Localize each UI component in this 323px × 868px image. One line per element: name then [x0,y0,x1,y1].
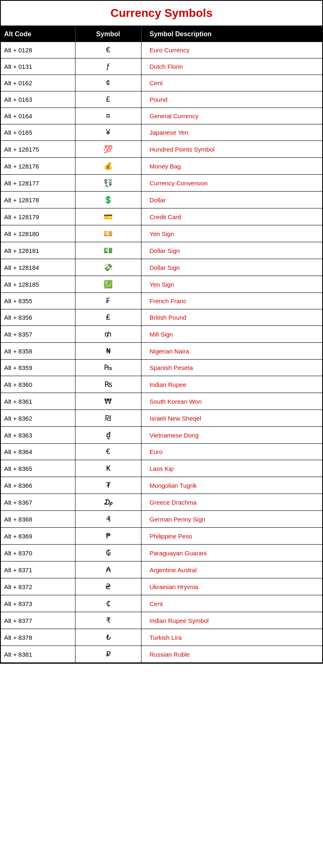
alt-code-cell: Alt + 8373 [1,595,75,612]
table-row: Alt + 8357₥Mill Sign [1,326,322,343]
symbol-cell: ₥ [75,326,141,343]
symbol-cell: ₲ [75,545,141,562]
symbol-cell: ₳ [75,562,141,578]
description-cell: Credit Card [141,208,322,225]
alt-code-cell: Alt + 0162 [1,75,75,91]
currency-symbols-table: Currency Symbols Alt Code Symbol Symbol … [0,0,323,664]
symbol-cell: ¤ [75,108,141,124]
symbol-cell: ₱ [75,528,141,545]
table-row: Alt + 8361₩South Korean Won [1,393,322,410]
alt-code-cell: Alt + 8363 [1,427,75,444]
symbol-cell: 💯 [75,141,141,158]
description-cell: Pound [141,91,322,108]
symbol-cell: ₪ [75,410,141,427]
symbol-cell: ¢ [75,75,141,91]
alt-code-cell: Alt + 8372 [1,578,75,595]
alt-code-cell: Alt + 0164 [1,108,75,124]
description-cell: Yen Sign [141,225,322,242]
symbol-cell: ₵ [75,595,141,612]
description-cell: Money Bag [141,158,322,175]
alt-code-cell: Alt + 8365 [1,460,75,477]
symbol-cell: € [75,42,141,58]
description-cell: Currency Conversion [141,175,322,192]
description-cell: Hundred Points Symbol [141,141,322,158]
description-cell: Japanese Yen [141,124,322,141]
symbol-cell: 💸 [75,259,141,276]
description-cell: Yen Sign [141,276,322,293]
alt-code-cell: Alt + 8358 [1,343,75,360]
table-row: Alt + 8368₰German Penny Sign [1,511,322,528]
description-cell: Mill Sign [141,326,322,343]
description-cell: Greece Drachma [141,494,322,511]
description-cell: Argentine Austral [141,562,322,578]
alt-code-cell: Alt + 8368 [1,511,75,528]
alt-code-cell: Alt + 128185 [1,276,75,293]
table-row: Alt + 8363₫Vietnamese Dong [1,427,322,444]
symbol-cell: ₭ [75,460,141,477]
symbol-cell: € [75,444,141,460]
table-row: Alt + 8365₭Laos Kip [1,460,322,477]
symbol-cell: 💰 [75,158,141,175]
page-title: Currency Symbols [1,1,322,26]
table-row: Alt + 8371₳Argentine Austral [1,562,322,578]
table-row: Alt + 128185💹Yen Sign [1,276,322,293]
description-cell: Dollar Sign [141,242,322,259]
description-cell: Spanish Peseta [141,360,322,376]
table-row: Alt + 128181💵Dollar Sign [1,242,322,259]
alt-code-cell: Alt + 128175 [1,141,75,158]
symbol-cell: 💵 [75,242,141,259]
alt-code-cell: Alt + 0128 [1,42,75,58]
alt-code-cell: Alt + 8369 [1,528,75,545]
symbol-cell: ₦ [75,343,141,360]
alt-code-cell: Alt + 0131 [1,58,75,75]
table-row: Alt + 128180💴Yen Sign [1,225,322,242]
alt-code-cell: Alt + 128180 [1,225,75,242]
description-cell: Laos Kip [141,460,322,477]
description-cell: Dutch Florin [141,58,322,75]
alt-code-cell: Alt + 8367 [1,494,75,511]
table-row: Alt + 128177💱Currency Conversion [1,175,322,192]
symbol-cell: 💱 [75,175,141,192]
table-row: Alt + 0162¢Cent [1,75,322,91]
col-header-symbol: Symbol [75,26,141,42]
table-row: Alt + 8377₹Indian Rupee Symbol [1,612,322,629]
table-row: Alt + 128175💯Hundred Points Symbol [1,141,322,158]
table-row: Alt + 8364€Euro [1,444,322,460]
table-row: Alt + 8359₧Spanish Peseta [1,360,322,376]
symbol-cell: ₺ [75,629,141,646]
symbol-cell: ₨ [75,376,141,393]
alt-code-cell: Alt + 8357 [1,326,75,343]
alt-code-cell: Alt + 8377 [1,612,75,629]
table-row: Alt + 0164¤General Currency [1,108,322,124]
table-row: Alt + 0165¥Japanese Yen [1,124,322,141]
alt-code-cell: Alt + 8362 [1,410,75,427]
alt-code-cell: Alt + 128176 [1,158,75,175]
table-row: Alt + 0128€Euro Currency [1,42,322,58]
description-cell: Philippine Peso [141,528,322,545]
symbol-cell: ₤ [75,309,141,326]
alt-code-cell: Alt + 0165 [1,124,75,141]
symbol-cell: ₫ [75,427,141,444]
table-row: Alt + 128179💳Credit Card [1,208,322,225]
symbol-cell: ₣ [75,293,141,309]
alt-code-cell: Alt + 8360 [1,376,75,393]
description-cell: Vietnamese Dong [141,427,322,444]
table-row: Alt + 8356₤British Pound [1,309,322,326]
description-cell: General Currency [141,108,322,124]
table-row: Alt + 8378₺Turkish Lira [1,629,322,646]
description-cell: Cent [141,595,322,612]
symbol-cell: ¥ [75,124,141,141]
alt-code-cell: Alt + 8366 [1,477,75,494]
symbol-cell: 💴 [75,225,141,242]
symbol-cell: ₩ [75,393,141,410]
symbol-cell: ₰ [75,511,141,528]
description-cell: Mongolian Tugrik [141,477,322,494]
table-row: Alt + 8355₣French Franc [1,293,322,309]
alt-code-cell: Alt + 8381 [1,646,75,663]
symbol-cell: 💲 [75,192,141,208]
col-header-description: Symbol Description [141,26,322,42]
table-row: Alt + 8358₦Nigerian Naira [1,343,322,360]
description-cell: Nigerian Naira [141,343,322,360]
alt-code-cell: Alt + 8361 [1,393,75,410]
alt-code-cell: Alt + 0163 [1,91,75,108]
